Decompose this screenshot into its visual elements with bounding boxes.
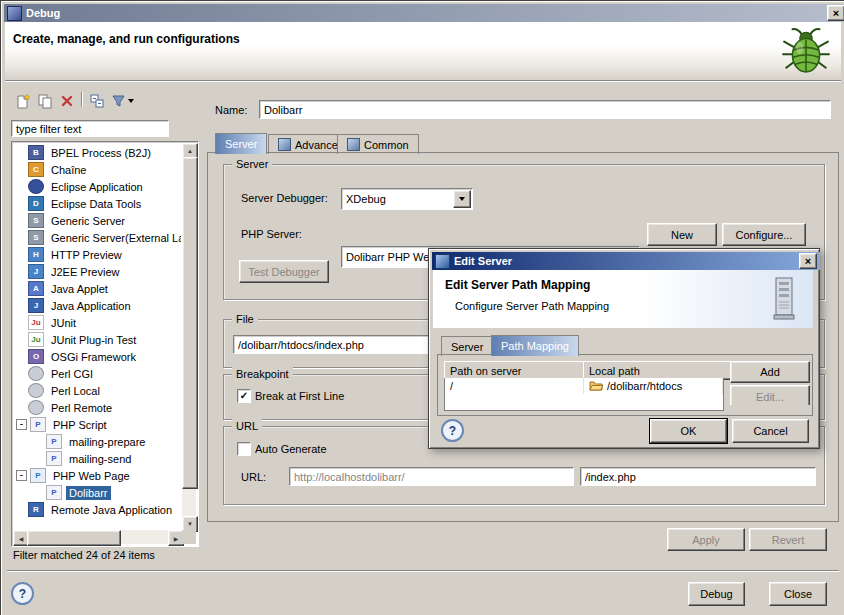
tree-item-cha-ne[interactable]: CChaîne [13,161,181,178]
tree-item-java-applet[interactable]: AJava Applet [13,280,181,297]
tree-item-http-preview[interactable]: HHTTP Preview [13,246,181,263]
filter-input[interactable] [11,120,169,137]
tree-item-label: Eclipse Data Tools [48,197,144,211]
horizontal-scroll-thumb[interactable] [27,530,121,546]
auto-generate-checkbox[interactable] [237,442,251,456]
titlebar[interactable]: Debug [4,4,844,22]
expander-spacer [16,335,25,344]
collapse-all-icon [89,93,105,109]
tree-item-php-script[interactable]: PPHP Script [13,416,181,433]
tree-item-eclipse-application[interactable]: Eclipse Application [13,178,181,195]
dialog-titlebar[interactable]: Edit Server [432,252,820,270]
add-mapping-button[interactable]: Add [730,361,810,383]
mapping-table-body[interactable]: //dolibarr/htdocs [444,378,724,411]
break-first-line-checkbox[interactable] [237,389,251,403]
ok-button[interactable]: OK [650,419,727,443]
edit-mapping-button[interactable]: Edit... [730,385,810,405]
server-debugger-combo[interactable]: XDebug [341,188,473,210]
tree-item-label: Perl CGI [48,367,96,381]
eclipse-data-tools-icon: D [28,196,44,211]
expander-spacer [34,437,43,446]
tree-item-mailing-send[interactable]: Pmailing-send [13,450,181,467]
tree-item-perl-local[interactable]: Perl Local [13,382,181,399]
path-on-server-cell: / [445,378,584,394]
junit-plugin-icon: Ju [28,332,44,347]
url-base-input[interactable] [289,467,574,486]
tree-item-php-web-page[interactable]: PPHP Web Page [13,467,181,484]
mapping-row[interactable]: //dolibarr/htdocs [445,378,723,394]
copy-icon [37,93,53,109]
collapse-toggle-icon[interactable] [16,470,27,481]
close-icon[interactable] [827,5,844,21]
url-path-input[interactable] [580,467,816,486]
debug-button[interactable]: Debug [688,582,745,606]
server-image-icon [769,276,799,322]
tree-item-perl-remote[interactable]: Perl Remote [13,399,181,416]
expander-spacer [16,284,25,293]
toolbar-separator [81,92,82,107]
dialog-header: Edit Server Path Mapping Configure Serve… [433,270,813,328]
launch-tree[interactable]: BBPEL Process (B2J)CChaîneEclipse Applic… [13,144,181,530]
auto-generate-label: Auto Generate [255,443,327,455]
expander-spacer [16,233,25,242]
tree-item-label: Java Application [48,299,134,313]
tree-item-perl-cgi[interactable]: Perl CGI [13,365,181,382]
edit-server-dialog: Edit Server Edit Server Path Mapping Con… [428,248,820,449]
close-button[interactable]: Close [769,582,827,606]
php-server-label: PHP Server: [241,228,302,240]
tree-item-label: HTTP Preview [48,248,125,262]
tree-vertical-scrollbar[interactable] [182,143,196,530]
tree-item-eclipse-data-tools[interactable]: DEclipse Data Tools [13,195,181,212]
folder-icon [589,380,603,393]
dialog-close-icon[interactable] [799,253,817,269]
server-debugger-value: XDebug [346,189,452,209]
tab-common[interactable]: Common [337,134,419,154]
tree-item-osgi-framework[interactable]: OOSGi Framework [13,348,181,365]
apply-button[interactable]: Apply [667,528,745,551]
tree-item-j2ee-preview[interactable]: JJ2EE Preview [13,263,181,280]
collapse-all-button[interactable] [86,90,108,111]
tree-item-label: mailing-prepare [66,435,148,449]
expander-spacer [16,250,25,259]
delete-configuration-button[interactable] [56,90,78,111]
expander-spacer [16,165,25,174]
vertical-scroll-thumb[interactable] [182,157,198,489]
tree-item-java-application[interactable]: JJava Application [13,297,181,314]
new-server-button[interactable]: New [647,223,717,246]
generic-server-icon: S [28,213,44,228]
server-debugger-dropdown-icon[interactable] [453,190,471,208]
dialog-tab-server[interactable]: Server [441,336,493,356]
new-page-icon [15,93,31,109]
expander-spacer [16,318,25,327]
tree-item-label: Generic Server [48,214,128,228]
tree-item-bpel-process-b2j[interactable]: BBPEL Process (B2J) [13,144,181,161]
collapse-toggle-icon[interactable] [16,419,27,430]
expander-spacer [16,505,25,514]
tree-item-junit[interactable]: JuJUnit [13,314,181,331]
tree-item-generic-server-external-la[interactable]: SGeneric Server(External La [13,229,181,246]
dialog-tab-path-mapping[interactable]: Path Mapping [491,335,579,356]
tree-horizontal-scrollbar[interactable] [13,530,182,544]
tree-item-generic-server[interactable]: SGeneric Server [13,212,181,229]
filter-menu-button[interactable] [108,90,138,111]
name-input[interactable] [259,100,831,119]
expander-spacer [16,386,25,395]
tab-server[interactable]: Server [215,133,267,154]
tree-item-label: Chaîne [48,163,89,177]
tree-item-mailing-prepare[interactable]: Pmailing-prepare [13,433,181,450]
new-configuration-button[interactable] [12,90,34,111]
revert-button[interactable]: Revert [749,528,827,551]
config-tabbar: Server Advanced Common [207,133,837,153]
configure-server-button[interactable]: Configure... [722,223,806,246]
tree-item-label: mailing-send [66,452,134,466]
cancel-button[interactable]: Cancel [732,419,809,443]
duplicate-configuration-button[interactable] [34,90,56,111]
dialog-help-button[interactable]: ? [441,419,464,442]
tree-item-dolibarr[interactable]: PDolibarr [13,484,181,501]
page-title: Create, manage, and run configurations [13,32,240,46]
help-button[interactable]: ? [11,582,34,605]
expander-spacer [16,216,25,225]
tree-item-remote-java-application[interactable]: RRemote Java Application [13,501,181,518]
tree-item-junit-plug-in-test[interactable]: JuJUnit Plug-in Test [13,331,181,348]
test-debugger-button[interactable]: Test Debugger [239,260,329,283]
